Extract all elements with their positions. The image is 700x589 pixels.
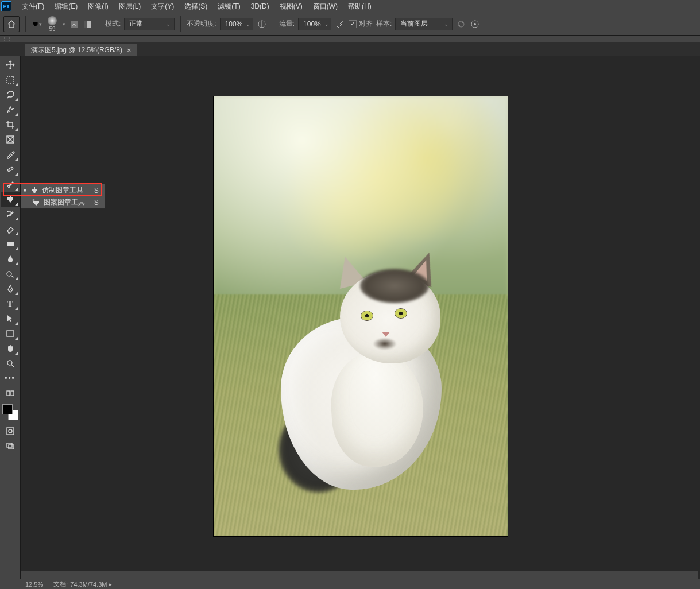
horizontal-scrollbar[interactable] — [21, 571, 698, 579]
image-subject-cat — [268, 251, 463, 504]
svg-point-21 — [10, 289, 11, 290]
svg-point-4 — [342, 21, 343, 22]
path-select-tool[interactable] — [1, 311, 20, 326]
menu-layer[interactable]: 图层(L) — [114, 1, 146, 13]
menu-select[interactable]: 选择(S) — [180, 1, 212, 13]
quick-select-tool[interactable] — [1, 102, 20, 117]
color-swatches[interactable] — [2, 404, 18, 420]
opacity-dropdown[interactable]: 100% ⌄ — [220, 18, 253, 30]
frame-tool[interactable] — [1, 132, 20, 147]
healing-tool[interactable] — [1, 162, 20, 177]
menu-3d[interactable]: 3D(D) — [246, 1, 274, 11]
menu-type[interactable]: 文字(Y) — [146, 1, 179, 13]
workspace: T ••• 仿制图章工具 S 图案图章工具 S — [0, 56, 700, 579]
flyout-item-label: 仿制图章工具 — [42, 185, 84, 195]
svg-point-23 — [7, 361, 12, 365]
menu-file[interactable]: 文件(F) — [17, 1, 49, 13]
sample-label: 样本: — [376, 19, 392, 29]
eyedropper-tool[interactable] — [1, 147, 20, 162]
svg-point-28 — [9, 429, 12, 433]
doc-info-value: 74.3M/74.3M — [70, 581, 107, 588]
app-logo-icon: Ps — [1, 1, 11, 11]
align-checkbox[interactable]: ✓ — [349, 20, 357, 28]
svg-rect-26 — [11, 391, 14, 396]
svg-rect-17 — [10, 196, 11, 197]
lasso-tool[interactable] — [1, 87, 20, 102]
brush-panel-button[interactable] — [69, 19, 79, 29]
flyout-item-pattern-stamp[interactable]: 图案图章工具 S — [21, 196, 105, 208]
flyout-item-shortcut: S — [94, 199, 99, 207]
doc-info-label: 文档: — [53, 580, 68, 588]
menu-view[interactable]: 视图(V) — [275, 1, 307, 13]
quick-mask-button[interactable] — [1, 424, 20, 439]
svg-point-19 — [7, 272, 11, 276]
screen-mode-button[interactable] — [1, 439, 20, 454]
brush-tool[interactable] — [1, 177, 20, 192]
canvas-area[interactable] — [21, 56, 700, 579]
flow-value: 100% — [303, 20, 321, 28]
menu-edit[interactable]: 编辑(E) — [50, 1, 82, 13]
clone-stamp-tool[interactable] — [1, 192, 20, 207]
svg-rect-32 — [33, 199, 34, 200]
move-tool[interactable] — [1, 57, 20, 72]
svg-rect-33 — [33, 200, 34, 201]
clone-stamp-flyout: 仿制图章工具 S 图案图章工具 S — [21, 184, 105, 209]
zoom-tool[interactable] — [1, 356, 20, 371]
more-tools[interactable]: ••• — [1, 371, 20, 386]
document-tab-title: 演示图5.jpg @ 12.5%(RGB/8) — [31, 45, 122, 55]
document-tab[interactable]: 演示图5.jpg @ 12.5%(RGB/8) × — [25, 44, 137, 56]
history-brush-tool[interactable] — [1, 207, 20, 222]
svg-line-6 — [459, 22, 463, 26]
svg-line-20 — [11, 276, 14, 277]
panel-drag-handle[interactable]: ⋮⋮ — [0, 36, 700, 42]
marquee-tool[interactable] — [1, 72, 20, 87]
pressure-opacity-button[interactable] — [257, 19, 267, 29]
document-canvas[interactable] — [214, 96, 508, 536]
flyout-item-clone-stamp[interactable]: 仿制图章工具 S — [21, 184, 105, 196]
rectangle-tool[interactable] — [1, 326, 20, 341]
gradient-tool[interactable] — [1, 237, 20, 251]
home-button[interactable] — [3, 16, 20, 32]
svg-point-8 — [474, 23, 476, 25]
type-tool[interactable]: T — [1, 296, 20, 311]
mode-value: 正常 — [129, 19, 143, 29]
menu-image[interactable]: 图像(I) — [83, 1, 113, 13]
ignore-adjustments-button[interactable] — [456, 19, 466, 29]
separator — [25, 16, 26, 32]
opacity-label: 不透明度: — [187, 19, 216, 29]
mode-dropdown[interactable]: 正常 ⌄ — [124, 18, 175, 30]
document-tab-bar: 演示图5.jpg @ 12.5%(RGB/8) × — [0, 42, 700, 56]
opacity-value: 100% — [225, 20, 243, 28]
zoom-level[interactable]: 12.5% — [25, 581, 43, 588]
menu-help[interactable]: 帮助(H) — [343, 1, 376, 13]
hand-tool[interactable] — [1, 341, 20, 356]
pressure-size-button[interactable] — [470, 19, 480, 29]
dodge-tool[interactable] — [1, 266, 20, 281]
separator — [180, 16, 181, 32]
doc-info[interactable]: 文档: 74.3M/74.3M ▸ — [53, 580, 112, 588]
close-icon[interactable]: × — [127, 46, 132, 55]
clone-source-button[interactable] — [83, 19, 93, 29]
mode-label: 模式: — [105, 19, 121, 29]
menu-filter[interactable]: 滤镜(T) — [213, 1, 245, 13]
chevron-down-icon[interactable]: ▾ — [63, 21, 65, 27]
crop-tool[interactable] — [1, 117, 20, 132]
brush-tip-icon — [48, 16, 57, 25]
align-checkbox-group[interactable]: ✓ 对齐 — [349, 19, 373, 29]
svg-rect-14 — [7, 167, 13, 172]
svg-line-24 — [11, 365, 14, 367]
chevron-down-icon: ⌄ — [444, 21, 448, 27]
brush-preview[interactable]: 59 — [45, 16, 59, 32]
sample-dropdown[interactable]: 当前图层 ⌄ — [395, 18, 453, 30]
pen-tool[interactable] — [1, 281, 20, 296]
eraser-tool[interactable] — [1, 222, 20, 237]
flow-dropdown[interactable]: 100% ⌄ — [298, 18, 331, 30]
tool-preset-icon[interactable]: ▾ — [32, 19, 42, 29]
airbrush-button[interactable] — [335, 19, 345, 29]
svg-rect-2 — [84, 21, 87, 28]
brush-size-value: 59 — [49, 26, 55, 32]
foreground-color-swatch[interactable] — [2, 404, 13, 414]
blur-tool[interactable] — [1, 251, 20, 266]
edit-toolbar-button[interactable] — [1, 386, 20, 401]
menu-window[interactable]: 窗口(W) — [308, 1, 342, 13]
